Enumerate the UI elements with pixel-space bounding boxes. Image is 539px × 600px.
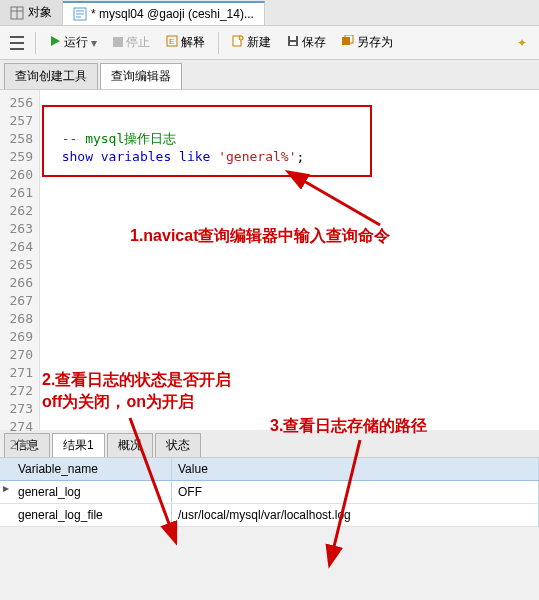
table-header: Variable_name Value	[0, 458, 539, 481]
line-number: 258	[0, 130, 33, 148]
subtab-editor[interactable]: 查询编辑器	[100, 63, 182, 89]
keyword: show	[62, 149, 93, 164]
row-marker-header	[0, 458, 12, 480]
new-icon	[232, 35, 244, 50]
semicolon: ;	[297, 149, 305, 164]
rtab-result1[interactable]: 结果1	[52, 433, 105, 457]
explain-icon: E	[166, 35, 178, 50]
stop-label: 停止	[126, 34, 150, 51]
tab-label: 对象	[28, 4, 52, 21]
line-number: 273	[0, 400, 33, 418]
line-gutter: 256 257 258 259 260 261 262 263 264 265 …	[0, 90, 40, 430]
cell-name: general_log	[12, 481, 172, 503]
dropdown-icon: ▾	[91, 36, 97, 50]
separator	[35, 32, 36, 54]
cell-value: /usr/local/mysql/var/localhost.log	[172, 504, 539, 526]
row-marker	[0, 504, 12, 526]
line-number: 260	[0, 166, 33, 184]
explain-button[interactable]: E 解释	[160, 31, 211, 54]
line-number: 257	[0, 112, 33, 130]
line-number: 268	[0, 310, 33, 328]
svg-rect-17	[290, 42, 296, 45]
save-label: 保存	[302, 34, 326, 51]
query-icon	[73, 7, 87, 21]
new-label: 新建	[247, 34, 271, 51]
keyword: like	[179, 149, 210, 164]
svg-text:E: E	[169, 37, 174, 46]
wand-button[interactable]: ✦	[511, 33, 533, 53]
separator	[218, 32, 219, 54]
tab-query[interactable]: * mysql04 @gaoji (ceshi_14)...	[63, 1, 265, 25]
svg-rect-8	[113, 37, 123, 47]
line-number: 262	[0, 202, 33, 220]
code-comment: -- mysql操作日志	[62, 131, 177, 146]
run-label: 运行	[64, 34, 88, 51]
tab-objects[interactable]: 对象	[0, 0, 63, 25]
saveas-icon	[342, 35, 354, 50]
svg-marker-7	[51, 36, 60, 46]
line-number: 261	[0, 184, 33, 202]
saveas-button[interactable]: 另存为	[336, 31, 399, 54]
line-number: 256	[0, 94, 33, 112]
explain-label: 解释	[181, 34, 205, 51]
table-icon	[10, 6, 24, 20]
keyword: variables	[101, 149, 171, 164]
line-number: 267	[0, 292, 33, 310]
toolbar: 运行 ▾ 停止 E 解释 新建 保存 另存为 ✦	[0, 26, 539, 60]
th-variable-name[interactable]: Variable_name	[12, 458, 172, 480]
table-row[interactable]: general_log_file /usr/local/mysql/var/lo…	[0, 504, 539, 527]
save-button[interactable]: 保存	[281, 31, 332, 54]
menu-button[interactable]	[6, 30, 28, 56]
line-number: 266	[0, 274, 33, 292]
cell-name: general_log_file	[12, 504, 172, 526]
line-number: 264	[0, 238, 33, 256]
code-editor[interactable]: -- mysql操作日志 show variables like 'genera…	[40, 90, 539, 430]
subtab-builder[interactable]: 查询创建工具	[4, 63, 98, 89]
wand-icon: ✦	[517, 36, 527, 50]
rtab-profile[interactable]: 概况	[107, 433, 153, 457]
line-number: 271	[0, 364, 33, 382]
string: 'general%'	[218, 149, 296, 164]
result-tabs: 信息 结果1 概况 状态	[0, 430, 539, 458]
rtab-status[interactable]: 状态	[155, 433, 201, 457]
line-number: 270	[0, 346, 33, 364]
table-row[interactable]: ▸ general_log OFF	[0, 481, 539, 504]
line-number: 263	[0, 220, 33, 238]
document-tab-bar: 对象 * mysql04 @gaoji (ceshi_14)...	[0, 0, 539, 26]
run-button[interactable]: 运行 ▾	[43, 31, 103, 54]
play-icon	[49, 35, 61, 50]
query-subtabs: 查询创建工具 查询编辑器	[0, 60, 539, 90]
editor-area: 256 257 258 259 260 261 262 263 264 265 …	[0, 90, 539, 430]
th-value[interactable]: Value	[172, 458, 539, 480]
stop-button[interactable]: 停止	[107, 31, 156, 54]
svg-rect-18	[342, 37, 350, 45]
current-row-icon: ▸	[0, 481, 12, 503]
tab-label: * mysql04 @gaoji (ceshi_14)...	[91, 7, 254, 21]
line-number: 272	[0, 382, 33, 400]
saveas-label: 另存为	[357, 34, 393, 51]
line-number: 259	[0, 148, 33, 166]
new-button[interactable]: 新建	[226, 31, 277, 54]
result-table: Variable_name Value ▸ general_log OFF ge…	[0, 458, 539, 527]
stop-icon	[113, 36, 123, 50]
cell-value: OFF	[172, 481, 539, 503]
line-number: 265	[0, 256, 33, 274]
line-number: 269	[0, 328, 33, 346]
line-number: 275	[0, 436, 33, 454]
save-icon	[287, 35, 299, 50]
line-number: 274	[0, 418, 33, 436]
svg-rect-16	[290, 36, 296, 40]
